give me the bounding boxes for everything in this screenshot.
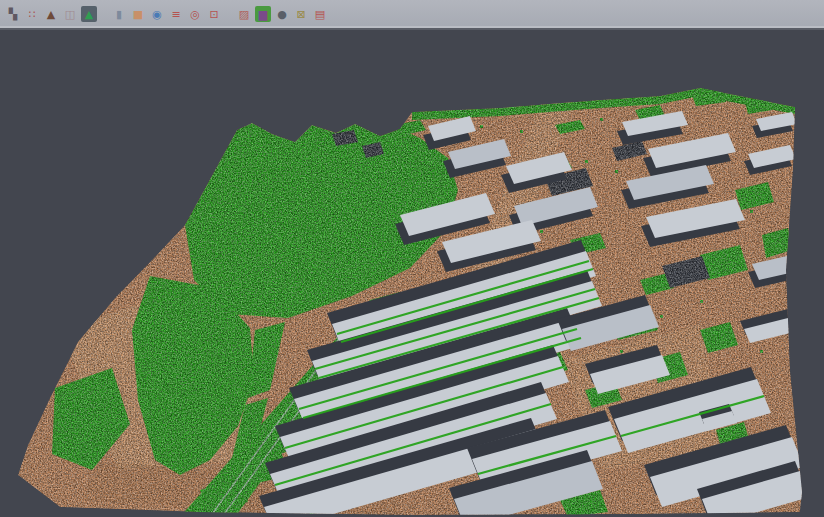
- ortho-icon[interactable]: ■: [130, 6, 146, 22]
- render-icon[interactable]: ●: [274, 6, 290, 22]
- toolbar: ▚∷▲◫▲▮■◉≡◎⊡▨▆●⊠▤: [0, 0, 824, 30]
- target-icon[interactable]: ◎: [187, 6, 203, 22]
- flag-icon[interactable]: ▤: [312, 6, 328, 22]
- points-icon[interactable]: ∷: [24, 6, 40, 22]
- snapshot-icon[interactable]: ◫: [62, 6, 78, 22]
- list-icon[interactable]: ≡: [168, 6, 184, 22]
- panel-icon[interactable]: ▮: [111, 6, 127, 22]
- measure-icon[interactable]: ⊠: [293, 6, 309, 22]
- clip-icon[interactable]: ▨: [236, 6, 252, 22]
- viewport-3d[interactable]: [0, 30, 824, 517]
- terrain-mesh: [0, 30, 824, 517]
- cube-icon[interactable]: ▚: [5, 6, 21, 22]
- extent-icon[interactable]: ⊡: [206, 6, 222, 22]
- globe-icon[interactable]: ◉: [149, 6, 165, 22]
- point-cloud-scene[interactable]: [0, 30, 824, 517]
- terrain-icon[interactable]: ▲: [43, 6, 59, 22]
- surface-icon[interactable]: ▲: [81, 6, 97, 22]
- application-window: ▚∷▲◫▲▮■◉≡◎⊡▨▆●⊠▤: [0, 0, 824, 517]
- classify-icon[interactable]: ▆: [255, 6, 271, 22]
